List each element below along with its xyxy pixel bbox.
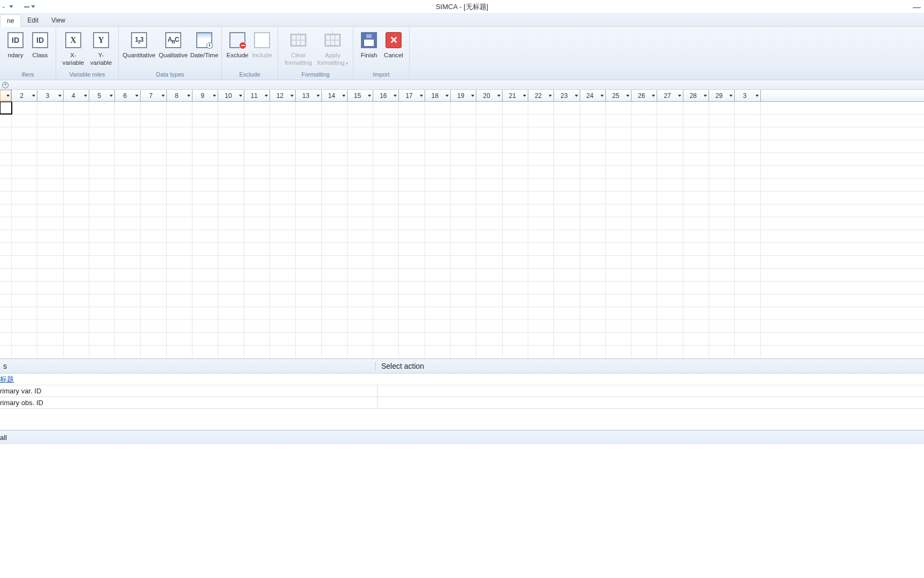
column-dropdown-icon[interactable] <box>445 95 449 97</box>
cell[interactable] <box>373 320 399 332</box>
cell[interactable] <box>244 140 270 153</box>
column-header[interactable]: 18 <box>425 90 451 101</box>
cell[interactable] <box>0 217 12 230</box>
cell[interactable] <box>218 320 244 332</box>
cell[interactable] <box>451 243 476 255</box>
cell[interactable] <box>683 217 709 230</box>
column-header[interactable] <box>0 90 12 101</box>
cell[interactable] <box>683 127 709 140</box>
column-header[interactable]: 19 <box>451 90 476 101</box>
cell[interactable] <box>451 179 476 191</box>
cell[interactable] <box>37 320 63 332</box>
cell[interactable] <box>270 217 296 230</box>
cell[interactable] <box>709 102 735 114</box>
cell[interactable] <box>580 307 606 320</box>
cell[interactable] <box>218 269 244 281</box>
cell[interactable] <box>373 256 399 268</box>
cell[interactable] <box>528 153 554 165</box>
cell[interactable] <box>244 256 270 268</box>
cell[interactable] <box>554 256 580 268</box>
cell[interactable] <box>167 230 192 242</box>
cell[interactable] <box>451 346 476 358</box>
column-header[interactable]: 26 <box>632 90 657 101</box>
cell[interactable] <box>373 204 399 217</box>
cell[interactable] <box>141 217 166 230</box>
cell[interactable] <box>399 153 425 165</box>
cell[interactable] <box>322 294 348 307</box>
cell[interactable] <box>64 217 89 230</box>
cell[interactable] <box>89 217 115 230</box>
cell[interactable] <box>606 282 632 294</box>
cell[interactable] <box>270 307 296 320</box>
cell[interactable] <box>451 140 476 153</box>
cell[interactable] <box>218 294 244 307</box>
column-header[interactable]: 6 <box>115 90 141 101</box>
cell[interactable] <box>218 179 244 191</box>
cell[interactable] <box>37 217 63 230</box>
cell[interactable] <box>580 179 606 191</box>
minimize-button[interactable]: — <box>913 2 921 11</box>
cell[interactable] <box>141 243 166 255</box>
cell[interactable] <box>709 153 735 165</box>
cell[interactable] <box>141 282 166 294</box>
cell[interactable] <box>0 166 12 178</box>
cell[interactable] <box>476 127 502 140</box>
cell[interactable] <box>580 269 606 281</box>
cell[interactable] <box>218 153 244 165</box>
cell[interactable] <box>503 166 528 178</box>
cell[interactable] <box>528 346 554 358</box>
cell[interactable] <box>270 333 296 345</box>
cell[interactable] <box>451 127 476 140</box>
cell[interactable] <box>476 153 502 165</box>
cell[interactable] <box>296 192 321 204</box>
cell[interactable] <box>735 102 760 114</box>
cell[interactable] <box>425 192 451 204</box>
issue-action-cell[interactable] <box>377 385 924 397</box>
cell[interactable] <box>425 127 451 140</box>
cell[interactable] <box>64 179 89 191</box>
column-header[interactable]: 22 <box>528 90 554 101</box>
cell[interactable] <box>476 230 502 242</box>
cell[interactable] <box>167 269 192 281</box>
cell[interactable] <box>554 140 580 153</box>
cell[interactable] <box>296 204 321 217</box>
cell[interactable] <box>348 346 373 358</box>
cell[interactable] <box>683 346 709 358</box>
cell[interactable] <box>244 179 270 191</box>
cell[interactable] <box>683 230 709 242</box>
cell[interactable] <box>0 102 12 114</box>
cell[interactable] <box>296 269 321 281</box>
cell[interactable] <box>0 230 12 242</box>
cell[interactable] <box>192 204 218 217</box>
cell[interactable] <box>167 102 192 114</box>
cell[interactable] <box>0 294 12 307</box>
cell[interactable] <box>89 140 115 153</box>
cell[interactable] <box>451 269 476 281</box>
cell[interactable] <box>218 127 244 140</box>
cell[interactable] <box>683 179 709 191</box>
cell[interactable] <box>657 166 683 178</box>
cell[interactable] <box>0 307 12 320</box>
cell[interactable] <box>735 230 760 242</box>
cell[interactable] <box>115 153 141 165</box>
cell[interactable] <box>503 282 528 294</box>
cell[interactable] <box>425 204 451 217</box>
cell[interactable] <box>244 115 270 127</box>
cell[interactable] <box>322 127 348 140</box>
cell[interactable] <box>348 127 373 140</box>
column-dropdown-icon[interactable] <box>756 95 759 97</box>
cell[interactable] <box>270 269 296 281</box>
column-dropdown-icon[interactable] <box>6 95 10 97</box>
cell[interactable] <box>657 269 683 281</box>
cell[interactable] <box>425 256 451 268</box>
cell[interactable] <box>580 140 606 153</box>
cell[interactable] <box>554 269 580 281</box>
cell[interactable] <box>451 320 476 332</box>
cell[interactable] <box>735 115 760 127</box>
cell[interactable] <box>709 269 735 281</box>
cell[interactable] <box>64 294 89 307</box>
cell[interactable] <box>348 269 373 281</box>
cell[interactable] <box>167 166 192 178</box>
cell[interactable] <box>683 307 709 320</box>
column-header[interactable]: 9 <box>192 90 218 101</box>
